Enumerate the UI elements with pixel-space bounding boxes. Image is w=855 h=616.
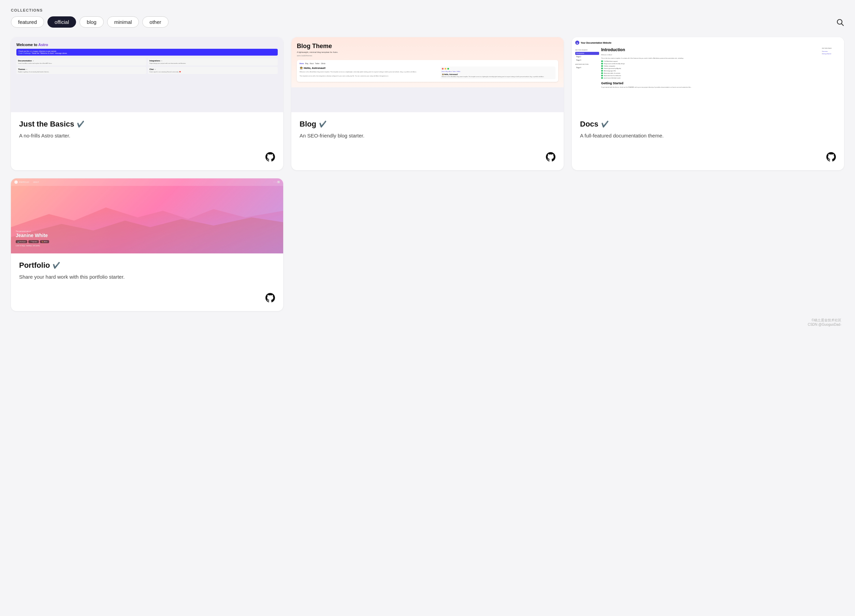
card-desc-blog: An SEO-friendly blog starter.: [300, 132, 555, 140]
card-title-docs: Docs: [580, 120, 598, 129]
github-icon-portfolio[interactable]: [265, 293, 275, 305]
card-just-the-basics[interactable]: Welcome to Astro Check out the src/pages…: [11, 37, 283, 170]
verified-icon-basics: ✔️: [77, 120, 84, 128]
github-icon-blog[interactable]: [546, 152, 555, 164]
card-desc-portfolio: Share your hard work with this portfolio…: [19, 273, 275, 281]
svg-line-1: [842, 23, 844, 26]
verified-icon-portfolio: ✔️: [52, 262, 60, 269]
github-icon-basics[interactable]: [265, 152, 275, 164]
card-portfolio[interactable]: PORTFOLIO ABOUT ♡ ○ ⬜: [11, 178, 283, 311]
search-button[interactable]: [836, 18, 844, 26]
card-footer-blog: [291, 152, 564, 170]
card-preview-blog: Blog Theme A lightweight, minimal blog t…: [291, 37, 564, 112]
card-preview-basics: Welcome to Astro Check out the src/pages…: [11, 37, 283, 112]
card-title-basics: Just the Basics: [19, 120, 74, 129]
filter-other[interactable]: other: [142, 16, 168, 28]
filter-row: featured official blog minimal other: [11, 16, 844, 28]
filter-official[interactable]: official: [48, 16, 76, 28]
card-title-portfolio: Portfolio: [19, 261, 50, 270]
card-body-docs: Docs ✔️ A full-featured documentation th…: [572, 112, 844, 152]
card-blog[interactable]: Blog Theme A lightweight, minimal blog t…: [291, 37, 564, 170]
filter-blog[interactable]: blog: [80, 16, 103, 28]
mountain-bg: [11, 201, 283, 253]
verified-icon-docs: ✔️: [601, 120, 609, 128]
card-title-blog: Blog: [300, 120, 316, 129]
github-icon-docs[interactable]: [826, 152, 836, 164]
card-body-blog: Blog ✔️ An SEO-friendly blog starter.: [291, 112, 564, 152]
search-icon: [836, 18, 844, 26]
card-footer-docs: [572, 152, 844, 170]
card-body-basics: Just the Basics ✔️ A no-frills Astro sta…: [11, 112, 283, 152]
bottom-note: ©稿土蛋金技术社区 CSDN @GuoguoDad-: [11, 318, 844, 326]
card-footer-basics: [11, 152, 283, 170]
card-body-portfolio: Portfolio ✔️ Share your hard work with t…: [11, 253, 283, 293]
filter-minimal[interactable]: minimal: [107, 16, 139, 28]
cards-grid: Welcome to Astro Check out the src/pages…: [11, 37, 844, 311]
filter-featured[interactable]: featured: [11, 16, 44, 28]
card-preview-docs: ▲ Your Documentation Website SECTION HEA…: [572, 37, 844, 112]
card-desc-basics: A no-frills Astro starter.: [19, 132, 275, 140]
collections-label: COLLECTIONS: [11, 8, 844, 12]
card-desc-docs: A full-featured documentation theme.: [580, 132, 836, 140]
card-footer-portfolio: [11, 293, 283, 311]
card-preview-portfolio: PORTFOLIO ABOUT ♡ ○ ⬜: [11, 178, 283, 253]
verified-icon-blog: ✔️: [319, 120, 326, 128]
card-docs[interactable]: ▲ Your Documentation Website SECTION HEA…: [572, 37, 844, 170]
